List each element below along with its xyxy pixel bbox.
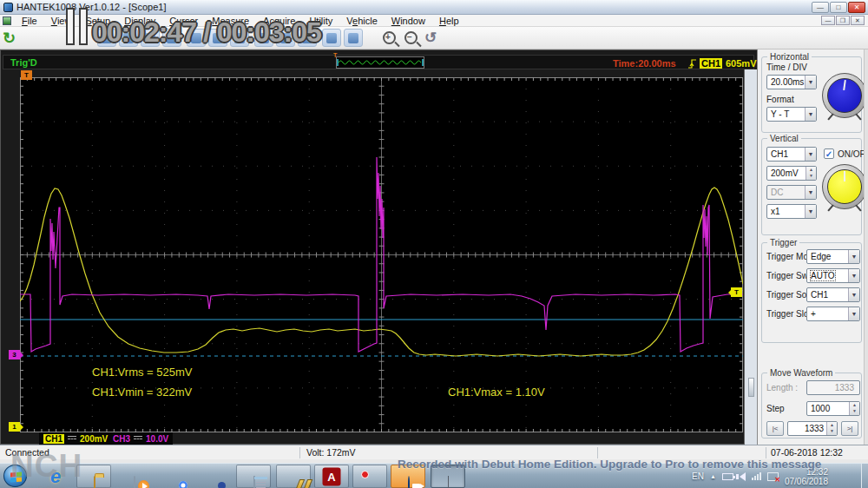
title-bar: HANTEK1008 Ver1.0.12 - [Scope1] — □ ✕ — [0, 0, 868, 15]
trigger-slope-select[interactable]: +▼ — [806, 307, 860, 321]
trigger-title: Trigger — [767, 238, 799, 247]
panel-splitter[interactable] — [744, 69, 758, 445]
recorder-timer: 00:02:47 / 00:03:05 — [92, 16, 321, 49]
waveform-preview[interactable] — [336, 56, 424, 69]
ch3-badge: CH3 — [113, 434, 130, 444]
horizontal-knob[interactable] — [822, 73, 867, 118]
menu-item-help[interactable]: Help — [432, 16, 466, 26]
format-select[interactable]: Y - T▼ — [766, 107, 817, 122]
toolbar-button[interactable] — [344, 29, 363, 47]
length-field: 1333 — [806, 380, 860, 395]
battery-icon[interactable] — [722, 473, 733, 480]
status-datetime: 07-06-2018 12:32 — [771, 447, 843, 458]
network-error-icon[interactable] — [767, 472, 779, 481]
trigger-level-readout: 605mV — [726, 58, 756, 69]
dc-coupling-icon — [68, 436, 76, 442]
mdi-close-button[interactable]: ✕ — [851, 16, 865, 25]
ch1-scale-value: 200mV — [80, 434, 108, 444]
preview-waveform — [337, 57, 424, 68]
panel-scrollbar[interactable] — [864, 49, 868, 445]
ch3-level-marker[interactable]: 3 — [9, 350, 20, 359]
scope-region: Trig'D T Time:20.00ms CH1 605mV CH1:Vrms… — [0, 49, 757, 445]
folder-icon — [94, 476, 95, 488]
recorder-pause-icon — [79, 8, 88, 45]
open-file-icon[interactable]: ↻ — [3, 29, 16, 48]
trigger-slope-icon — [687, 57, 698, 73]
waveform-canvas — [20, 77, 743, 432]
ch1-scale-label[interactable]: CH1 200mV — [39, 432, 112, 445]
mdi-restore-button[interactable]: ❐ — [836, 16, 850, 25]
volume-icon[interactable] — [740, 472, 746, 481]
channel-select[interactable]: CH1▼ — [766, 147, 817, 162]
scope-status-bar: Trig'D T Time:20.00ms CH1 605mV — [3, 55, 754, 69]
taskbar-notepad[interactable] — [236, 465, 271, 488]
dc-coupling-icon — [134, 436, 142, 442]
channel-onoff-checkbox[interactable]: ✓ — [824, 148, 834, 159]
language-indicator[interactable]: EN — [692, 472, 704, 481]
go-first-button[interactable]: |< — [766, 421, 784, 436]
menu-item-file[interactable]: File — [15, 16, 44, 26]
menu-item-window[interactable]: Window — [385, 16, 432, 26]
close-button[interactable]: ✕ — [848, 2, 865, 13]
tray-date: 07/06/2018 — [785, 477, 828, 486]
format-label: Format — [766, 95, 794, 104]
trigger-mode-select[interactable]: Edge▼ — [806, 249, 860, 264]
zoom-out-icon[interactable]: − — [404, 31, 418, 44]
measurement-vmax: CH1:Vmax = 1.10V — [448, 386, 545, 399]
screen: HANTEK1008 Ver1.0.12 - [Scope1] — □ ✕ Fi… — [0, 0, 868, 488]
taskbar-gold-tool[interactable] — [276, 465, 311, 488]
mdi-minimize-button[interactable]: — — [821, 16, 835, 25]
coupling-select: DC▼ — [766, 185, 817, 200]
taskbar-adobe-reader[interactable]: A — [314, 465, 349, 488]
ch1-level-marker[interactable]: 1 — [9, 422, 20, 432]
ch3-scale-value: 10.0V — [146, 434, 168, 444]
splitter-grip[interactable] — [748, 378, 754, 397]
debut-watermark: Recorded with Debut Home Edition. Upgrad… — [398, 458, 821, 471]
window-title: HANTEK1008 Ver1.0.12 - [Scope1] — [16, 2, 166, 12]
position-spinner[interactable]: 1333▲▼ — [787, 421, 838, 436]
horizontal-title: Horizontal — [767, 52, 812, 62]
trigger-level-marker[interactable]: T — [731, 287, 742, 297]
taskbar-debut-video[interactable] — [352, 465, 387, 488]
volt-readout: Volt: 172mV — [306, 447, 356, 458]
signal-icon[interactable] — [752, 472, 761, 480]
menu-item-vehicle[interactable]: Vehicle — [339, 16, 384, 26]
probe-select[interactable]: x1▼ — [766, 204, 817, 219]
step-spinner[interactable]: 1000▲▼ — [806, 401, 860, 416]
scope1-window-icon[interactable] — [3, 16, 11, 25]
step-label: Step — [766, 404, 785, 413]
taskbar-firefox[interactable] — [196, 465, 231, 488]
channel-labels: CH1 200mV CH3 10.0V — [3, 432, 754, 445]
vertical-knob[interactable] — [822, 164, 867, 209]
trigger-sweep-select[interactable]: AUTO▼ — [806, 268, 860, 283]
go-last-button[interactable]: >| — [841, 421, 858, 436]
undo-icon[interactable]: ↺ — [424, 29, 437, 47]
move-waveform-title: Move Waveform — [767, 368, 835, 378]
trigger-source-select[interactable]: CH1▼ — [806, 287, 860, 302]
measurement-vmin: CH1:Vmin = 322mV — [92, 386, 192, 399]
volt-scale-spinner[interactable]: 200mV ▲▼ — [766, 166, 817, 181]
measurement-vrms: CH1:Vrms = 525mV — [92, 366, 192, 379]
length-label: Length : — [766, 383, 798, 392]
adobe-reader-icon: A — [323, 467, 341, 485]
time-div-select[interactable]: 20.00ms▼ — [766, 75, 817, 89]
ch1-badge: CH1 — [43, 434, 64, 444]
time-per-div-readout: Time:20.00ms — [613, 58, 676, 69]
hidden-icons-chevron[interactable]: ▲ — [710, 473, 716, 479]
control-panel: Horizontal Time / DIV 20.00ms▼ Format Y … — [757, 49, 868, 445]
toolbar-button[interactable] — [322, 29, 341, 47]
vertical-title: Vertical — [767, 134, 801, 143]
media-player-icon — [134, 476, 135, 488]
trigger-status: Trig'D — [10, 57, 37, 68]
taskbar-chrome[interactable] — [156, 465, 191, 488]
minimize-button[interactable]: — — [812, 2, 829, 13]
oscilloscope-display[interactable]: CH1:Vrms = 525mV CH1:Vmin = 322mV CH1:Vm… — [20, 77, 743, 432]
taskbar-media-player[interactable] — [116, 465, 151, 488]
zoom-in-icon[interactable]: + — [383, 31, 396, 44]
time-div-label: Time / DIV — [766, 63, 807, 72]
show-desktop-button[interactable] — [861, 464, 868, 488]
trigger-time-marker[interactable]: T — [21, 70, 32, 80]
notepad-icon — [253, 476, 255, 488]
maximize-button[interactable]: □ — [830, 2, 847, 13]
ch3-scale-label[interactable]: CH3 10.0V — [108, 432, 173, 445]
